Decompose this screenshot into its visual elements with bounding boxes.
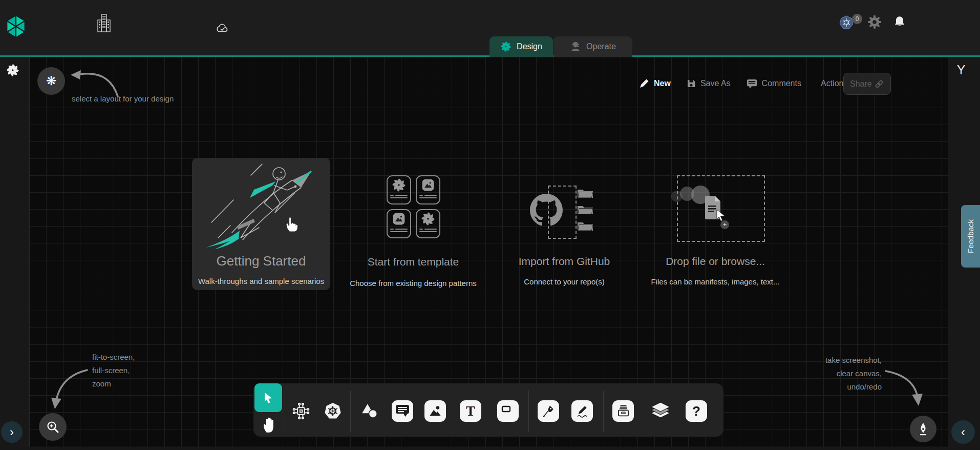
drop-file-subtitle: Files can be manifests, images, text... [641,277,790,286]
kubernetes-wheel-icon [324,402,342,420]
pen-nib-icon [916,422,930,436]
organization-icon[interactable] [96,13,112,33]
start-from-template-title[interactable]: Start from template [344,256,482,268]
components-tool-button[interactable] [290,400,312,422]
text-tool-button[interactable]: T [460,400,481,422]
template-tile-image-icon [416,175,440,204]
tab-design[interactable]: Design [489,36,553,57]
notifications-bell-icon[interactable] [893,14,906,30]
share-label: Share [850,79,872,89]
context-count-badge: 0 [852,14,862,24]
help-icon: ? [692,403,700,419]
layout-hint-text: select a layout for your design [72,94,174,103]
kanvas-app: KANVAS / Name 0 [0,0,980,450]
getting-started-subtitle: Walk-throughs and sample scenarios [187,277,335,285]
bottom-left-annotation: fit-to-screen, full-screen, zoom [92,351,135,391]
collapse-right-panel-button[interactable]: ‹ [951,420,975,444]
layout-select-button[interactable]: ❋ [37,67,65,95]
settings-gear-icon[interactable] [867,15,882,29]
start-from-template-subtitle: Choose from existing design patterns [339,279,487,288]
left-rail [0,57,30,447]
note-tool-button[interactable] [497,400,519,422]
comments-button[interactable]: Comments [762,79,801,88]
bottom-left-arrow [32,363,91,414]
template-tiles[interactable] [387,175,440,238]
design-tab-spiral-icon [500,41,512,52]
toolbar-divider [285,391,285,432]
zoom-magnifier-icon [46,420,60,434]
chevron-right-icon: › [10,426,14,438]
tab-operate[interactable]: Operate [553,36,632,57]
bottom-right-arrow [882,365,930,414]
right-rail-y-icon[interactable]: Y [953,63,969,77]
share-button[interactable]: Share [843,73,891,95]
help-tool-button[interactable]: ? [686,400,707,422]
import-from-github-subtitle: Connect to your repo(s) [490,277,638,286]
left-rail-spiral-icon[interactable] [6,64,19,77]
github-octocat-icon[interactable] [529,194,563,227]
dropzone-dashed-frame[interactable] [677,175,765,242]
pointer-hand-cursor-icon [284,214,299,234]
shapes-icon [360,402,379,420]
toolbar-divider [528,391,529,432]
drawer-tool-button[interactable] [612,400,634,422]
chevron-left-icon: ‹ [961,426,965,438]
new-pencil-icon[interactable] [638,78,650,89]
bottom-right-annotation: take screenshot, clear canvas, undo/redo [800,354,882,394]
feedback-label: Feedback [966,219,975,253]
pen-icon [541,403,556,419]
comment-tool-button[interactable] [392,400,413,422]
feedback-tab[interactable]: Feedback [961,205,980,268]
toolbar-divider [603,391,604,432]
rocket-rider-illustration [204,162,319,249]
note-icon [500,403,516,419]
save-as-icon[interactable] [686,78,696,89]
pan-hand-icon [260,416,276,434]
shapes-tool-button[interactable] [359,400,380,422]
operate-tab-headset-icon [570,41,581,52]
template-tile-image-icon [387,209,411,238]
cloud-save-status-icon [216,23,230,34]
layers-tool-button[interactable] [650,400,671,422]
expand-left-panel-button[interactable]: › [1,421,23,443]
drop-plus-badge-icon: + [720,220,729,229]
window-bottom-edge [0,447,980,450]
tab-operate-label: Operate [586,42,616,51]
pen-tool-button[interactable] [538,400,559,422]
pencil-tool-button[interactable] [571,400,593,422]
select-cursor-icon [263,392,274,404]
kanvas-logo-icon[interactable] [5,14,27,39]
layout-flower-icon: ❋ [46,75,56,87]
share-link-icon [874,79,884,89]
repo-folders-icon [577,188,594,237]
save-as-button[interactable]: Save As [700,79,731,88]
comment-icon [395,403,410,419]
components-chip-icon [292,402,310,420]
drawer-icon [615,403,631,419]
canvas-tools-button[interactable] [910,416,936,442]
canvas-actions-toolbar: New Save As Comments Actions [638,77,858,90]
import-from-github-title[interactable]: Import from GitHub [495,255,633,268]
text-tool-icon: T [466,403,475,419]
tab-design-label: Design [517,42,542,51]
template-tile-design-icon [416,209,440,238]
image-icon [428,403,443,419]
image-tool-button[interactable] [424,400,446,422]
pan-tool-button[interactable] [258,414,279,436]
zoom-controls-button[interactable] [39,413,67,441]
new-button[interactable]: New [654,79,671,88]
layers-icon [650,401,671,421]
pencil-icon [574,403,590,419]
drop-file-title[interactable]: Drop file or browse... [646,255,784,268]
select-tool-button[interactable] [254,383,282,412]
template-tile-design-icon [387,175,411,204]
kubernetes-tool-button[interactable] [322,400,344,422]
toolbar-divider [350,391,351,432]
getting-started-title[interactable]: Getting Started [192,253,330,269]
comments-icon[interactable] [746,78,758,90]
